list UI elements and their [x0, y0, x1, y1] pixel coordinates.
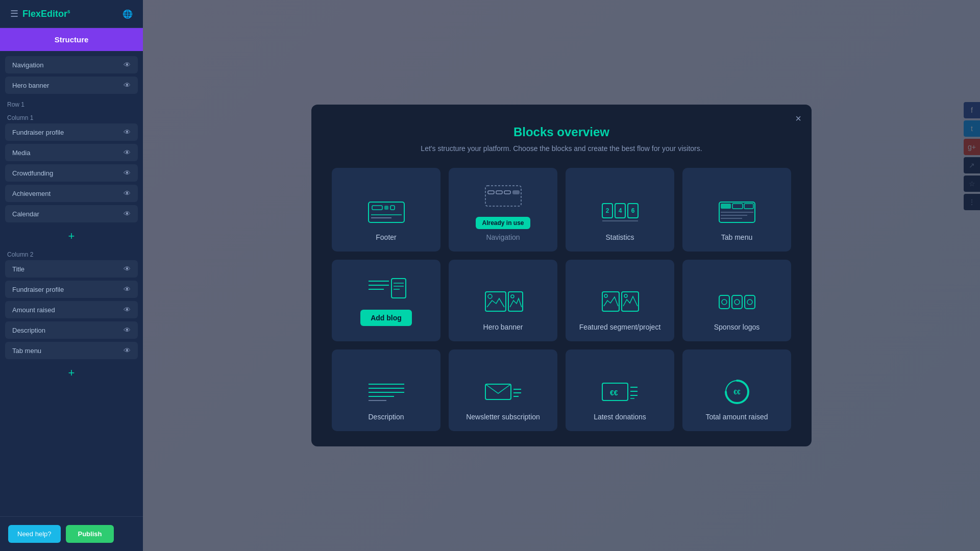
sidebar-item-amount-raised[interactable]: Amount raised 👁 [5, 301, 138, 318]
svg-rect-40 [719, 295, 729, 309]
block-card-hero-banner[interactable]: Hero banner [449, 260, 557, 341]
block-card-blog[interactable]: Add blog [332, 260, 440, 341]
svg-rect-7 [488, 191, 494, 194]
tab-menu-icon [717, 199, 757, 225]
svg-text:€€: €€ [733, 389, 741, 396]
already-in-use-badge: Already in use [476, 217, 530, 229]
latest-donations-icon: €€ [600, 379, 641, 405]
add-blog-button[interactable]: Add blog [360, 310, 412, 326]
logo-area: ☰ FlexEditors [10, 8, 70, 19]
sidebar-item-label: Fundraiser profile [12, 286, 64, 293]
structure-title: Structure [0, 28, 143, 51]
statistics-icon: 2 4 6 [600, 199, 641, 225]
block-card-sponsor-logos[interactable]: Sponsor logos [682, 260, 791, 341]
column2-label: Column 2 [5, 247, 138, 260]
svg-rect-10 [512, 190, 520, 194]
sidebar-item-label: Calendar [12, 210, 39, 218]
sidebar-item-label: Description [12, 327, 45, 334]
block-tab-menu-label: Tab menu [721, 233, 752, 241]
sidebar-item-label: Navigation [12, 61, 43, 69]
hamburger-icon[interactable]: ☰ [10, 8, 18, 19]
globe-icon[interactable]: 🌐 [122, 9, 133, 19]
sidebar-item-crowdfunding[interactable]: Crowdfunding 👁 [5, 164, 138, 182]
modal-close-button[interactable]: × [795, 113, 801, 124]
svg-rect-6 [485, 186, 521, 206]
svg-point-43 [734, 299, 740, 305]
block-newsletter-label: Newsletter subscription [466, 413, 540, 421]
eye-icon[interactable]: 👁 [124, 326, 131, 334]
eye-icon[interactable]: 👁 [124, 148, 131, 157]
block-card-description[interactable]: Description [332, 349, 440, 431]
sidebar-item-media[interactable]: Media 👁 [5, 144, 138, 161]
svg-rect-9 [504, 191, 510, 194]
modal-title: Blocks overview [332, 125, 791, 139]
block-description-label: Description [368, 413, 404, 421]
sidebar-item-label: Amount raised [12, 306, 55, 314]
block-card-footer[interactable]: Footer [332, 168, 440, 252]
svg-point-45 [747, 299, 752, 305]
sidebar-item-achievement[interactable]: Achievement 👁 [5, 185, 138, 202]
eye-icon[interactable]: 👁 [124, 81, 131, 89]
sponsor-logos-icon [717, 289, 757, 315]
block-card-navigation[interactable]: Already in use Navigation [449, 168, 557, 252]
block-card-tab-menu[interactable]: Tab menu [682, 168, 791, 252]
eye-icon[interactable]: 👁 [124, 189, 131, 197]
blocks-grid: Footer Already in use Navigation [332, 168, 791, 431]
sidebar-item-tab-menu[interactable]: Tab menu 👁 [5, 342, 138, 359]
eye-icon[interactable]: 👁 [124, 169, 131, 177]
sidebar-item-label: Title [12, 265, 24, 273]
total-amount-icon: €€ [717, 379, 757, 405]
sidebar: ☰ FlexEditors 🌐 Structure Navigation 👁 H… [0, 0, 143, 551]
featured-segment-icon [600, 289, 641, 315]
block-featured-segment-label: Featured segment/project [579, 323, 661, 331]
sidebar-item-label: Hero banner [12, 82, 49, 89]
add-column1-button[interactable]: + [5, 226, 138, 247]
eye-icon[interactable]: 👁 [124, 128, 131, 136]
svg-text:2: 2 [605, 207, 609, 214]
add-column2-button[interactable]: + [5, 362, 138, 384]
eye-icon[interactable]: 👁 [124, 285, 131, 293]
block-card-statistics[interactable]: 2 4 6 Statistics [566, 168, 674, 252]
publish-button[interactable]: Publish [66, 525, 114, 543]
blog-icon [366, 276, 407, 302]
sidebar-item-fundraiser-profile2[interactable]: Fundraiser profile 👁 [5, 281, 138, 298]
block-sponsor-logos-label: Sponsor logos [714, 323, 760, 331]
svg-point-33 [488, 294, 492, 298]
description-icon [366, 379, 407, 405]
sidebar-item-navigation[interactable]: Navigation 👁 [5, 56, 138, 73]
logo-editor: Editor [41, 9, 67, 19]
sidebar-item-description[interactable]: Description 👁 [5, 321, 138, 339]
sidebar-content: Navigation 👁 Hero banner 👁 Row 1 Column … [0, 51, 143, 516]
modal-subtitle: Let's structure your platform. Choose th… [332, 144, 791, 153]
eye-icon[interactable]: 👁 [124, 306, 131, 314]
svg-rect-19 [721, 204, 731, 209]
block-footer-label: Footer [376, 233, 396, 241]
svg-rect-44 [745, 295, 755, 309]
sidebar-item-label: Crowdfunding [12, 169, 53, 177]
sidebar-item-title[interactable]: Title 👁 [5, 260, 138, 278]
sidebar-footer: Need help? Publish [0, 516, 143, 551]
svg-point-41 [722, 299, 727, 305]
eye-icon[interactable]: 👁 [124, 210, 131, 218]
svg-rect-2 [384, 206, 388, 210]
block-card-featured-segment[interactable]: Featured segment/project [566, 260, 674, 341]
svg-rect-20 [732, 204, 743, 209]
eye-icon[interactable]: 👁 [124, 265, 131, 273]
sidebar-item-hero-banner[interactable]: Hero banner 👁 [5, 77, 138, 94]
eye-icon[interactable]: 👁 [124, 61, 131, 69]
navigation-icon [483, 183, 524, 209]
eye-icon[interactable]: 👁 [124, 346, 131, 355]
block-card-total-amount[interactable]: €€ Total amount raised [682, 349, 791, 431]
svg-rect-28 [391, 279, 406, 298]
sidebar-item-label: Tab menu [12, 347, 41, 355]
svg-text:6: 6 [631, 207, 634, 214]
help-button[interactable]: Need help? [8, 525, 61, 543]
block-navigation-label: Navigation [486, 233, 520, 241]
block-card-latest-donations[interactable]: €€ Latest donations [566, 349, 674, 431]
block-hero-banner-label: Hero banner [483, 323, 523, 331]
sidebar-item-label: Fundraiser profile [12, 129, 64, 136]
block-card-newsletter[interactable]: Newsletter subscription [449, 349, 557, 431]
sidebar-item-fundraiser-profile[interactable]: Fundraiser profile 👁 [5, 123, 138, 141]
modal-overlay[interactable]: × Blocks overview Let's structure your p… [143, 0, 980, 551]
sidebar-item-calendar[interactable]: Calendar 👁 [5, 205, 138, 222]
